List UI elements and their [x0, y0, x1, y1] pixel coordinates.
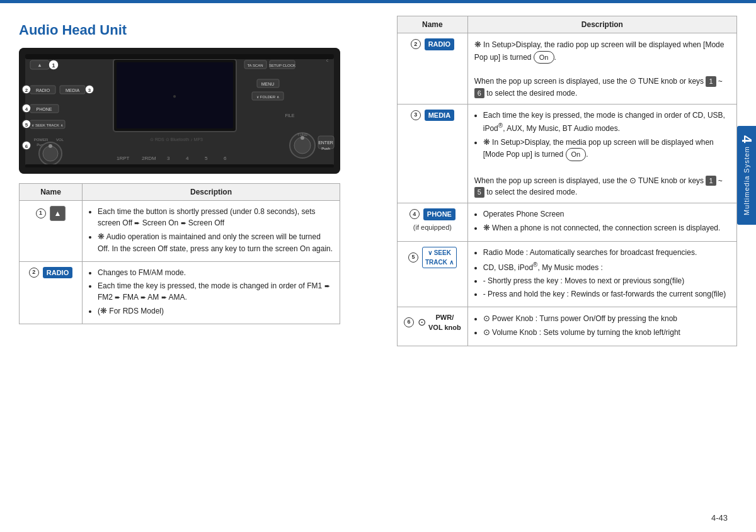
- svg-point-38: [49, 144, 52, 148]
- svg-text:2: 2: [25, 88, 28, 93]
- svg-text:6: 6: [25, 144, 28, 149]
- on-badge: On: [534, 51, 554, 64]
- key-5-media: 5: [474, 187, 484, 198]
- right-description-table: Name Description 2 RADIO ❋ In Setup>Disp…: [397, 16, 737, 346]
- svg-point-37: [43, 146, 58, 161]
- key-1: 1: [706, 76, 716, 87]
- name-col-radio: 2 RADIO: [398, 33, 468, 105]
- svg-text:5: 5: [25, 122, 28, 128]
- callout-r4: 4: [410, 209, 420, 219]
- table-row: 2 RADIO ❋ In Setup>Display, the radio po…: [398, 33, 737, 105]
- eject-icon: ▲: [50, 206, 66, 221]
- name-col-1: 1 ▲: [20, 201, 83, 262]
- svg-text:3: 3: [167, 156, 170, 161]
- name-col-seek: 5 ∨ SEEKTRACK ∧: [398, 241, 468, 307]
- section-title: Audio Head Unit: [19, 22, 384, 38]
- svg-text:PHONE: PHONE: [37, 107, 52, 111]
- svg-text:FILE: FILE: [285, 113, 295, 118]
- chapter-title: Multimedia System: [743, 146, 750, 215]
- seek-badge: ∨ SEEKTRACK ∧: [422, 247, 457, 268]
- pwr-vol-label: PWR/VOL knob: [428, 312, 461, 333]
- svg-text:⊙ RDS ⊙ Bluetooth ♪ MP3: ⊙ RDS ⊙ Bluetooth ♪ MP3: [150, 137, 203, 142]
- svg-text:ᶜ: ᶜ: [326, 58, 329, 65]
- svg-text:4: 4: [25, 106, 28, 112]
- svg-text:POWER: POWER: [34, 138, 49, 142]
- table-row: 5 ∨ SEEKTRACK ∧ Radio Mode : Automatical…: [398, 241, 737, 307]
- right-column: Name Description 2 RADIO ❋ In Setup>Disp…: [397, 16, 737, 346]
- head-unit-svg: ● ▲ 1 RADIO 2 MEDIA 3 TA SCAN: [19, 48, 340, 174]
- callout-2: 2: [29, 268, 39, 278]
- desc-col-radio: ❋ In Setup>Display, the radio pop up scr…: [467, 33, 736, 105]
- head-unit-image: ● ▲ 1 RADIO 2 MEDIA 3 TA SCAN: [19, 48, 340, 174]
- svg-text:SETUP CLOCK: SETUP CLOCK: [269, 64, 295, 67]
- desc-col-1: Each time the button is shortly pressed …: [83, 201, 340, 262]
- svg-text:1RPT: 1RPT: [117, 156, 130, 161]
- callout-r3: 3: [411, 110, 421, 120]
- svg-text:VOL: VOL: [56, 138, 64, 142]
- key-1-media: 1: [706, 176, 716, 186]
- svg-text:RADIO: RADIO: [36, 88, 50, 93]
- chapter-number: 4: [738, 135, 755, 143]
- phone-badge: PHONE: [423, 208, 455, 220]
- right-table-desc-header: Description: [467, 16, 736, 33]
- callout-1: 1: [36, 208, 46, 218]
- svg-text:ENTER: ENTER: [318, 140, 333, 145]
- table-row: 3 MEDIA Each time the key is pressed, th…: [398, 104, 737, 203]
- left-table-name-header: Name: [20, 184, 83, 201]
- desc-col-pwr: ⊙ Power Knob : Turns power On/Off by pre…: [467, 307, 736, 346]
- media-badge: MEDIA: [425, 110, 454, 122]
- table-row: 6 ⊙ PWR/VOL knob ⊙ Power Knob : Turns po…: [398, 307, 737, 346]
- table-row: 2 RADIO Changes to FM/AM mode. Each time…: [20, 261, 340, 324]
- desc-col-seek: Radio Mode : Automatically searches for …: [467, 241, 736, 307]
- svg-text:TUNE: TUNE: [297, 133, 307, 137]
- table-row: 1 ▲ Each time the button is shortly pres…: [20, 201, 340, 262]
- svg-text:MENU: MENU: [261, 82, 275, 86]
- svg-text:MEDIA: MEDIA: [66, 88, 80, 93]
- name-col-2: 2 RADIO: [20, 261, 83, 324]
- left-column: Audio Head Unit ● ▲ 1: [19, 16, 384, 346]
- desc-col-2: Changes to FM/AM mode. Each time the key…: [83, 261, 340, 324]
- side-tab: 4 Multimedia System: [737, 126, 756, 225]
- right-table-name-header: Name: [398, 16, 468, 33]
- svg-text:6: 6: [224, 156, 227, 161]
- svg-text:3: 3: [88, 88, 91, 93]
- name-col-phone: 4 PHONE (if equipped): [398, 203, 468, 242]
- on-badge-media: On: [566, 148, 587, 161]
- svg-text:∨ FOLDER ∧: ∨ FOLDER ∧: [256, 95, 279, 99]
- name-col-pwr: 6 ⊙ PWR/VOL knob: [398, 307, 468, 346]
- radio-badge: RADIO: [43, 267, 72, 279]
- svg-text:2RDM: 2RDM: [142, 156, 156, 161]
- left-table-desc-header: Description: [83, 184, 340, 201]
- callout-r2: 2: [411, 39, 421, 49]
- svg-text:▲: ▲: [37, 62, 42, 68]
- svg-text:4: 4: [186, 156, 189, 161]
- desc-col-phone: Operates Phone Screen ❋ When a phone is …: [467, 203, 736, 242]
- desc-col-media: Each time the key is pressed, the mode i…: [467, 104, 736, 203]
- svg-text:∨ SEEK TRACK ∧: ∨ SEEK TRACK ∧: [32, 123, 62, 127]
- key-6: 6: [474, 88, 484, 99]
- svg-text:5: 5: [205, 156, 208, 161]
- left-description-table: Name Description 1 ▲ Each time the butto…: [19, 183, 340, 324]
- page-number: 4-43: [711, 513, 728, 523]
- table-row: 4 PHONE (if equipped) Operates Phone Scr…: [398, 203, 737, 242]
- svg-text:Push: Push: [321, 147, 330, 150]
- svg-rect-57: [25, 164, 334, 167]
- svg-text:1: 1: [52, 62, 55, 69]
- name-col-media: 3 MEDIA: [398, 104, 468, 203]
- svg-text:●: ●: [173, 93, 176, 99]
- page-content: Audio Head Unit ● ▲ 1: [0, 3, 756, 359]
- knob-icon: ⊙: [418, 315, 426, 330]
- svg-rect-56: [25, 54, 334, 59]
- callout-r5: 5: [408, 252, 418, 263]
- svg-text:TA SCAN: TA SCAN: [247, 64, 263, 67]
- radio-badge-r: RADIO: [425, 38, 454, 50]
- callout-r6: 6: [404, 317, 414, 327]
